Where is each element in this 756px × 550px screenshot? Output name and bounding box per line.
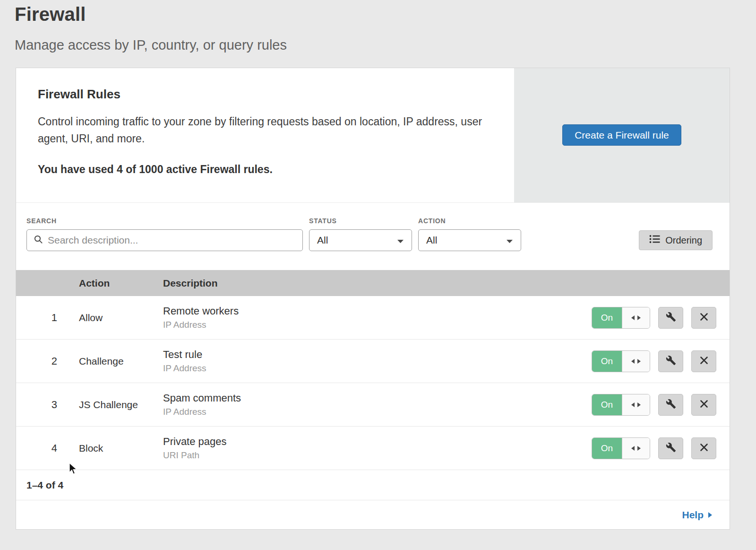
page-header: Firewall Manage access by IP, country, o…: [0, 0, 756, 53]
delete-rule-button[interactable]: [691, 307, 716, 329]
edit-rule-button[interactable]: [658, 394, 683, 416]
rule-priority: 4: [16, 442, 79, 454]
page-subtitle: Manage access by IP, country, or query r…: [15, 37, 756, 53]
table-header: Action Description: [16, 270, 730, 296]
rule-action: JS Challenge: [79, 399, 163, 410]
ordering-button-label: Ordering: [665, 235, 702, 246]
filters-bar: SEARCH STATUS All ACTION: [16, 203, 730, 270]
rule-priority: 2: [16, 355, 79, 367]
rule-field-type: URI Path: [163, 450, 592, 461]
x-icon: [699, 312, 709, 323]
rule-description: Remote workers: [163, 305, 592, 317]
card-heading: Firewall Rules: [38, 87, 486, 102]
status-select[interactable]: All: [309, 229, 412, 251]
delete-rule-button[interactable]: [691, 437, 716, 459]
search-input[interactable]: [48, 235, 296, 246]
search-icon: [34, 235, 43, 246]
edit-rule-button[interactable]: [658, 350, 683, 372]
x-icon: [699, 399, 709, 410]
ordering-button[interactable]: Ordering: [639, 230, 713, 250]
rule-description-cell: Private pages URI Path: [163, 436, 592, 461]
edit-rule-button[interactable]: [658, 307, 683, 329]
description-column-header: Description: [163, 278, 592, 289]
search-label: SEARCH: [26, 217, 303, 225]
create-firewall-rule-button[interactable]: Create a Firewall rule: [562, 124, 681, 146]
page-title: Firewall: [15, 4, 756, 25]
action-select[interactable]: All: [418, 229, 521, 251]
drag-arrows-icon[interactable]: [622, 394, 650, 415]
toggle-on-label: On: [592, 307, 622, 328]
rule-action: Allow: [79, 312, 163, 323]
x-icon: [699, 356, 709, 367]
chevron-down-icon: [397, 235, 404, 246]
card-description: Control incoming traffic to your zone by…: [38, 113, 486, 147]
rule-action: Challenge: [79, 356, 163, 367]
rules-table-body: 1 Allow Remote workers IP Address On: [16, 296, 730, 470]
rule-controls: On: [592, 394, 730, 416]
action-column-header: Action: [79, 278, 163, 289]
rule-field-type: IP Address: [163, 320, 592, 330]
wrench-icon: [666, 312, 676, 323]
toggle-on-label: On: [592, 438, 622, 459]
rule-description-cell: Test rule IP Address: [163, 349, 592, 374]
firewall-rule-row: 1 Allow Remote workers IP Address On: [16, 296, 730, 340]
rule-description: Private pages: [163, 436, 592, 448]
search-box[interactable]: [26, 229, 303, 251]
rule-priority: 1: [16, 312, 79, 324]
rule-enabled-toggle[interactable]: On: [592, 350, 650, 372]
edit-rule-button[interactable]: [658, 437, 683, 459]
action-label: ACTION: [418, 217, 521, 225]
toggle-on-label: On: [592, 351, 622, 372]
drag-arrows-icon[interactable]: [622, 438, 650, 459]
rule-action: Block: [79, 443, 163, 454]
rule-priority: 3: [16, 399, 79, 411]
help-row: Help: [16, 500, 730, 529]
wrench-icon: [666, 399, 676, 410]
firewall-rules-card: Firewall Rules Control incoming traffic …: [16, 68, 730, 530]
search-filter-group: SEARCH: [26, 217, 303, 251]
status-selected-value: All: [317, 235, 328, 246]
status-filter-group: STATUS All: [309, 217, 412, 251]
rule-field-type: IP Address: [163, 363, 592, 374]
pagination-row: 1–4 of 4: [16, 470, 730, 500]
card-top-section: Firewall Rules Control incoming traffic …: [16, 68, 730, 203]
pagination-text: 1–4 of 4: [26, 480, 63, 491]
help-link-label: Help: [682, 509, 704, 521]
firewall-rule-row: 2 Challenge Test rule IP Address On: [16, 340, 730, 383]
usage-text: You have used 4 of 1000 active Firewall …: [38, 163, 486, 176]
wrench-icon: [666, 355, 676, 367]
caret-right-icon: [708, 509, 713, 521]
cta-panel: Create a Firewall rule: [514, 68, 730, 202]
delete-rule-button[interactable]: [691, 350, 716, 372]
drag-arrows-icon[interactable]: [622, 351, 650, 372]
toggle-on-label: On: [592, 394, 622, 415]
chevron-down-icon: [506, 235, 513, 246]
help-link[interactable]: Help: [682, 509, 713, 521]
rule-controls: On: [592, 437, 730, 459]
rule-description: Spam comments: [163, 392, 592, 404]
firewall-page: Firewall Manage access by IP, country, o…: [0, 0, 756, 550]
firewall-rule-row: 4 Block Private pages URI Path On: [16, 427, 730, 470]
rule-controls: On: [592, 307, 730, 329]
status-label: STATUS: [309, 217, 412, 225]
rule-enabled-toggle[interactable]: On: [592, 394, 650, 416]
action-selected-value: All: [426, 235, 437, 246]
intro-section: Firewall Rules Control incoming traffic …: [16, 68, 514, 202]
action-filter-group: ACTION All: [418, 217, 521, 251]
rule-field-type: IP Address: [163, 407, 592, 417]
rule-enabled-toggle[interactable]: On: [592, 307, 650, 329]
firewall-rule-row: 3 JS Challenge Spam comments IP Address …: [16, 383, 730, 427]
ordered-list-icon: [649, 235, 660, 246]
rule-description-cell: Remote workers IP Address: [163, 305, 592, 330]
rule-controls: On: [592, 350, 730, 372]
wrench-icon: [666, 442, 676, 454]
x-icon: [699, 443, 709, 454]
delete-rule-button[interactable]: [691, 394, 716, 416]
rule-enabled-toggle[interactable]: On: [592, 437, 650, 459]
rule-description: Test rule: [163, 349, 592, 361]
drag-arrows-icon[interactable]: [622, 307, 650, 328]
rule-description-cell: Spam comments IP Address: [163, 392, 592, 417]
